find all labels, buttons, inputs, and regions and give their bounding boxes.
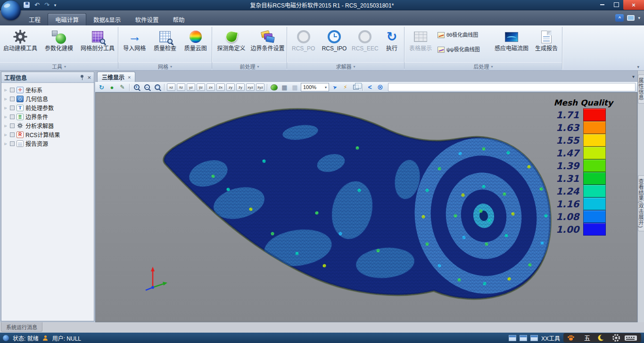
theta-polarization-curve-button[interactable]: θθ极化曲线图 [436, 28, 491, 41]
group-dialog-arrow-icon[interactable]: ▾ [170, 65, 172, 69]
group-dialog-arrow-icon[interactable]: ▾ [257, 65, 259, 69]
checkbox[interactable] [10, 88, 15, 92]
view-xz-rev-button[interactable]: x̄z [177, 83, 185, 91]
layout-toggle-icon-2[interactable] [520, 335, 527, 341]
save-icon[interactable] [24, 2, 30, 8]
expander-icon[interactable]: ▹ [3, 87, 8, 92]
expander-icon[interactable]: ▹ [3, 141, 8, 146]
tab-list-dropdown-icon[interactable]: ▾ [632, 74, 635, 79]
quality-check-button[interactable]: 质量检查 [150, 26, 181, 62]
probe-angle-definition-button[interactable]: 探测角定义 [213, 26, 249, 62]
psi-polarization-curve-button[interactable]: ψψ极化曲线图 [436, 43, 491, 56]
zoom-out-button[interactable]: − [142, 83, 151, 91]
quality-cloud-map-button[interactable]: 质量云图 [180, 26, 211, 62]
tree-item-preprocessing-params[interactable]: ▹ T 前处理参数 [1, 103, 94, 112]
execute-button[interactable]: ↻ 执行 [380, 26, 403, 62]
checkbox[interactable] [10, 123, 15, 128]
shaded-view-button[interactable] [270, 83, 279, 91]
view-zx-button[interactable]: zx [206, 83, 215, 91]
system-messages-tab[interactable]: 系统运行消息 [1, 322, 42, 332]
view-yz-rev-button[interactable]: ȳz [197, 83, 205, 91]
display-icon[interactable] [627, 15, 635, 21]
expander-icon[interactable]: ▹ [3, 114, 8, 119]
solver-rcs-po-button[interactable]: RCS_PO [288, 26, 319, 62]
annotate-icon[interactable]: ✎ [118, 83, 127, 91]
lighting-icon[interactable]: ⚡ [341, 83, 350, 91]
solver-rcs-eec-button[interactable]: RCS_EEC [350, 26, 380, 62]
ribbon-options-arrow-icon[interactable]: ▾ [637, 65, 639, 69]
ime-wubi-label[interactable]: 五 [584, 335, 590, 342]
flip-view-icon[interactable]: < [365, 83, 374, 91]
duplicate-window-button[interactable] [351, 83, 360, 91]
undo-icon[interactable]: ↶ [34, 2, 40, 8]
layout-toggle-icon-1[interactable] [509, 335, 516, 341]
tree-item-rcs-results[interactable]: ▹ R RCS计算结果 [1, 130, 94, 139]
group-dialog-arrow-icon[interactable]: ▾ [491, 65, 493, 69]
close-button[interactable]: × [623, 0, 644, 10]
view-iso2-button[interactable]: x̄yz [256, 83, 264, 91]
zoom-level-select[interactable]: 100% ▾ [301, 83, 329, 91]
tab-close-icon[interactable]: × [128, 74, 131, 80]
collapse-ribbon-icon[interactable]: ^ [615, 14, 624, 22]
view-iso-button[interactable]: xyz [246, 83, 255, 91]
checkbox[interactable] [10, 97, 15, 101]
view-zy-rev-button[interactable]: z̄y [236, 83, 245, 91]
import-mesh-button[interactable]: → 导入网格 [119, 26, 150, 62]
group-dialog-arrow-icon[interactable]: ▾ [353, 65, 355, 69]
checkbox[interactable] [10, 114, 15, 119]
checkbox[interactable] [10, 132, 15, 137]
tab-help[interactable]: 帮助 [165, 13, 191, 25]
boundary-condition-settings-button[interactable]: 边界条件设置 [249, 26, 286, 62]
clear-view-icon[interactable]: ⊗ [376, 83, 385, 91]
3d-viewport[interactable]: Mesh Quality 1.71 1.63 1.55 1.47 1.39 1.… [95, 92, 637, 322]
rotate-view-icon[interactable]: ↻ [97, 83, 106, 91]
tree-item-boundary-conditions[interactable]: ▹ ≣ 边界条件 [1, 112, 94, 121]
qat-dropdown-icon[interactable]: ▾ [54, 3, 57, 8]
expander-icon[interactable]: ▹ [3, 96, 8, 101]
tab-data-display[interactable]: 数据&显示 [86, 13, 128, 25]
zoom-window-button[interactable]: □ [153, 83, 162, 91]
expander-icon[interactable]: ▹ [3, 132, 8, 137]
mesh-partition-tool-button[interactable]: 网格剖分工具 [78, 26, 117, 62]
tree-item-analysis-solver[interactable]: ▹ 分析求解器 [1, 121, 94, 130]
group-dialog-arrow-icon[interactable]: ▾ [64, 65, 66, 69]
table-display-button[interactable]: 表格展示 [405, 26, 436, 62]
tree-item-coordinate-system[interactable]: ▹ ✛ 坐标系 [1, 85, 94, 94]
launch-modeling-tool-button[interactable]: 启动建模工具 [1, 26, 40, 62]
checkbox[interactable] [10, 141, 15, 146]
redo-icon[interactable]: ↷ [44, 2, 50, 8]
grid-toggle-button[interactable]: ▦ [290, 83, 299, 91]
ime-toolbar[interactable]: 五 [563, 333, 641, 343]
select-cursor-icon[interactable]: ➤ [330, 82, 340, 92]
tab-3d-display[interactable]: 三维显示 × [97, 72, 135, 82]
view-zy-button[interactable]: zy [226, 83, 235, 91]
tree-item-report-resources[interactable]: ▹ 报告资源 [1, 139, 94, 148]
wireframe-view-button[interactable]: ▦ [280, 83, 289, 91]
pin-icon[interactable] [80, 74, 84, 80]
tab-electromagnetic-calculation[interactable]: 电磁计算 [48, 13, 86, 25]
view-yz-button[interactable]: yz [187, 83, 195, 91]
layout-toggle-icon-3[interactable] [530, 335, 538, 341]
pan-view-icon[interactable]: ● [107, 83, 116, 91]
ime-keyboard-icon[interactable] [625, 335, 637, 341]
induced-current-map-button[interactable]: 感应电磁流图 [491, 26, 532, 62]
minimize-button[interactable] [595, 0, 609, 9]
tab-software-settings[interactable]: 软件设置 [128, 13, 165, 25]
menu-dropdown-icon[interactable]: ▾ [638, 16, 640, 20]
tree-item-geometry-info[interactable]: ▹ ◇ 几何信息 [1, 94, 94, 103]
expander-icon[interactable]: ▹ [3, 123, 8, 128]
view-xz-button[interactable]: xz [167, 83, 175, 91]
vertical-tab-view-results[interactable]: 查看结果(双击展开) [638, 175, 644, 231]
app-logo[interactable] [1, 0, 21, 20]
solver-rcs-ipo-button[interactable]: RCS_IPO [319, 26, 349, 62]
checkbox[interactable] [10, 106, 15, 110]
maximize-button[interactable] [609, 0, 623, 9]
vertical-tab-properties[interactable]: 属性信息 [638, 74, 644, 104]
expander-icon[interactable]: ▹ [3, 105, 8, 110]
tab-engineering[interactable]: 工程 [22, 13, 48, 25]
generate-report-button[interactable]: 生成报告 [532, 26, 561, 62]
panel-close-icon[interactable]: × [87, 74, 91, 81]
toolbar-input-strip[interactable] [388, 83, 636, 91]
view-zx-rev-button[interactable]: z̄x [216, 83, 225, 91]
parametric-modeling-button[interactable]: 参数化建模 [40, 26, 78, 62]
